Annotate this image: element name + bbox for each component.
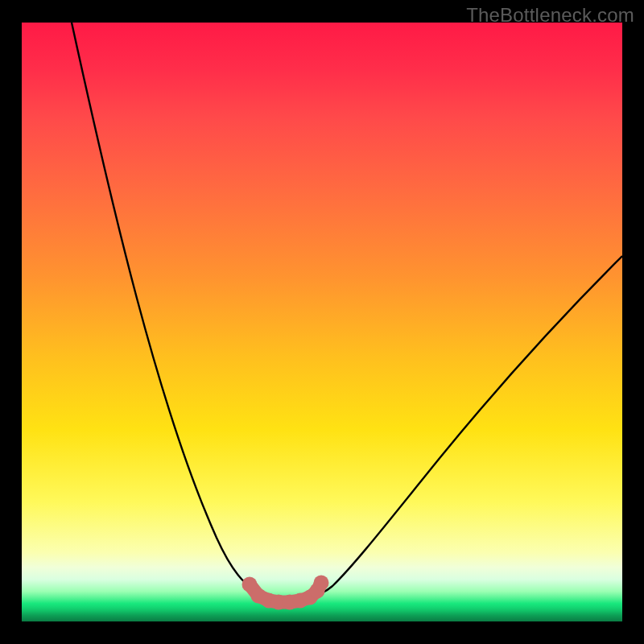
bottom-dot-group <box>242 576 329 610</box>
chart-svg <box>22 23 622 621</box>
chart-frame <box>22 23 622 621</box>
curve-right <box>323 256 622 592</box>
curve-left <box>72 23 252 588</box>
dot <box>314 576 329 591</box>
watermark-text: TheBottleneck.com <box>466 4 634 27</box>
